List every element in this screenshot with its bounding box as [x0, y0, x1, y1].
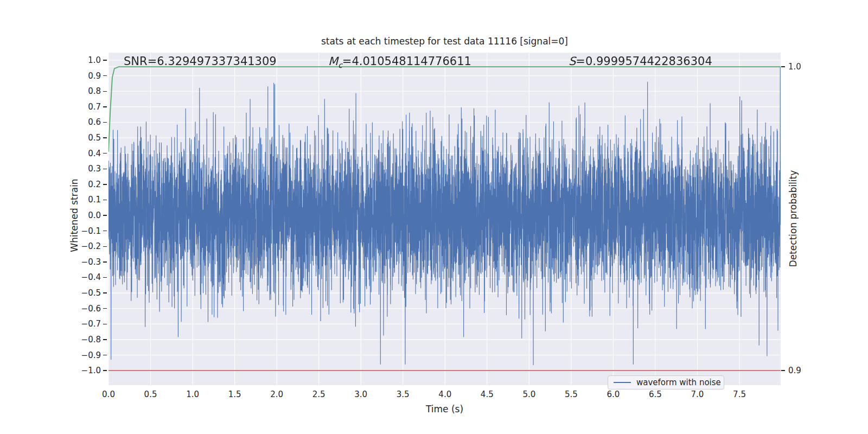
y-tick-mark-left	[103, 60, 107, 60]
y-tick-mark-left	[103, 91, 107, 92]
x-tick-label: 3.5	[397, 390, 410, 399]
y-tick-mark-left	[103, 153, 107, 154]
y-tick-label-left: 0.8	[88, 86, 101, 96]
y-tick-mark-left	[103, 106, 107, 107]
y-tick-label-left: −0.7	[81, 319, 101, 329]
x-tick-label: 3.0	[354, 390, 367, 399]
y-tick-label-left: −0.1	[81, 226, 101, 236]
x-tick-label: 2.0	[270, 390, 283, 399]
y-tick-mark-left	[103, 184, 107, 184]
x-tick-label: 5.0	[522, 390, 535, 399]
y-tick-label-left: −0.5	[81, 288, 101, 298]
y-tick-label-left: 0.1	[88, 195, 101, 205]
annotation-mc: Mc=4.010548114776611	[328, 55, 471, 69]
y-tick-mark-left	[103, 355, 107, 355]
x-tick-label: 5.5	[565, 390, 578, 399]
annotation-s: S=0.9999574422836304	[569, 55, 712, 68]
plot-canvas	[108, 53, 781, 385]
y-tick-mark-left	[103, 215, 107, 215]
y-tick-label-left: 0.6	[88, 117, 101, 127]
x-tick-label: 7.0	[691, 390, 704, 399]
annotation-mc-subscript: c	[338, 61, 342, 69]
x-tick-label: 1.5	[228, 390, 241, 399]
figure: stats at each timestep for test data 111…	[0, 0, 868, 434]
y-tick-mark-left	[103, 370, 107, 371]
x-tick-label: 0.0	[102, 390, 115, 399]
y-tick-label-right: 1.0	[788, 62, 801, 72]
legend-label: waveform with noise	[636, 378, 721, 387]
x-axis-label: Time (s)	[108, 404, 781, 414]
y-tick-mark-left	[103, 169, 107, 169]
x-tick-label: 4.0	[438, 390, 451, 399]
y-tick-label-left: −0.9	[81, 350, 101, 360]
legend: waveform with noise	[608, 375, 724, 390]
y-axis-label-left: Whitened strain	[69, 178, 80, 252]
annotation-snr-prefix: SNR	[124, 55, 148, 68]
y-tick-mark-left	[103, 261, 107, 262]
annotation-snr: SNR=6.329497337341309	[124, 55, 277, 68]
y-tick-mark-right	[781, 370, 785, 371]
y-tick-mark-left	[103, 137, 107, 138]
x-tick-label: 6.0	[607, 390, 620, 399]
y-tick-mark-left	[103, 292, 107, 293]
y-tick-mark-left	[103, 200, 107, 200]
x-tick-label: 2.5	[312, 390, 326, 399]
x-tick-label: 7.5	[733, 390, 746, 399]
y-tick-label-left: −0.6	[81, 304, 101, 314]
y-tick-label-left: 0.7	[88, 102, 101, 112]
annotation-mc-value: =4.010548114776611	[342, 55, 471, 68]
y-tick-label-left: 0.2	[88, 180, 101, 189]
y-tick-label-right: 0.9	[788, 366, 801, 375]
y-tick-label-left: 0.3	[88, 164, 101, 174]
y-tick-label-left: −0.4	[81, 272, 101, 282]
legend-line-swatch	[614, 382, 631, 383]
y-tick-label-left: 0.0	[88, 210, 101, 220]
y-tick-label-left: 0.4	[88, 149, 101, 158]
y-tick-mark-left	[103, 122, 107, 123]
y-tick-mark-left	[103, 308, 107, 309]
y-tick-mark-left	[103, 75, 107, 76]
y-tick-mark-right	[781, 66, 785, 67]
y-tick-mark-left	[103, 277, 107, 278]
y-tick-label-left: −0.8	[81, 335, 101, 344]
annotation-snr-value: =6.329497337341309	[148, 55, 277, 68]
x-tick-label: 4.5	[481, 390, 494, 399]
y-tick-label-left: −1.0	[81, 366, 101, 375]
y-tick-label-left: 0.5	[88, 133, 101, 143]
annotation-s-prefix: S	[569, 55, 576, 68]
annotation-mc-prefix: M	[328, 55, 338, 68]
y-axis-label-right: Detection probability	[788, 170, 799, 267]
annotation-s-value: =0.9999574422836304	[576, 55, 712, 68]
y-tick-label-left: 0.9	[88, 71, 101, 81]
x-tick-label: 1.0	[186, 390, 199, 399]
y-tick-label-left: −0.2	[81, 241, 101, 251]
y-tick-label-left: −0.3	[81, 257, 101, 267]
y-tick-mark-left	[103, 339, 107, 340]
x-tick-label: 0.5	[144, 390, 157, 399]
y-tick-mark-left	[103, 246, 107, 247]
chart-title: stats at each timestep for test data 111…	[108, 36, 781, 47]
y-tick-mark-left	[103, 324, 107, 324]
x-tick-label: 6.5	[649, 390, 662, 399]
y-tick-label-left: 1.0	[88, 55, 101, 65]
y-tick-mark-left	[103, 231, 107, 231]
